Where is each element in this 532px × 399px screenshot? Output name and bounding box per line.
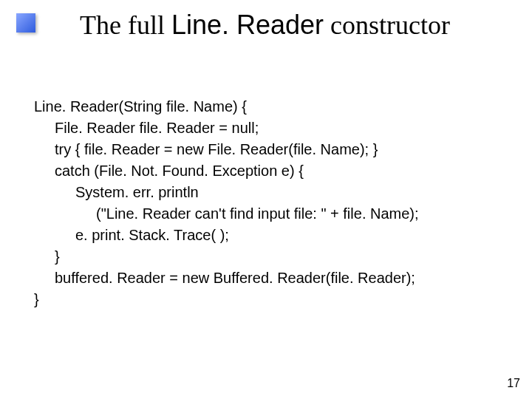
page-number: 17 [507, 377, 520, 390]
code-line: buffered. Reader = new Buffered. Reader(… [34, 267, 507, 289]
slide: The full Line. Reader constructor Line. … [0, 0, 532, 399]
code-line: } [34, 289, 507, 310]
code-line: ("Line. Reader can't find input file: " … [34, 203, 507, 225]
code-line: Line. Reader(String file. Name) { [34, 96, 507, 117]
code-line: catch (File. Not. Found. Exception e) { [34, 160, 507, 182]
slide-title: The full Line. Reader constructor [80, 10, 450, 41]
title-part2: Line. Reader [171, 10, 324, 40]
title-part3: constructor [324, 10, 450, 40]
title-part1: The full [80, 10, 171, 40]
code-line: File. Reader file. Reader = null; [34, 117, 507, 139]
code-line: e. print. Stack. Trace( ); [34, 225, 507, 246]
code-line: System. err. println [34, 182, 507, 203]
code-line: } [34, 246, 507, 267]
code-line: try { file. Reader = new File. Reader(fi… [34, 139, 507, 160]
code-block: Line. Reader(String file. Name) { File. … [34, 96, 507, 310]
accent-square-icon [16, 13, 35, 33]
